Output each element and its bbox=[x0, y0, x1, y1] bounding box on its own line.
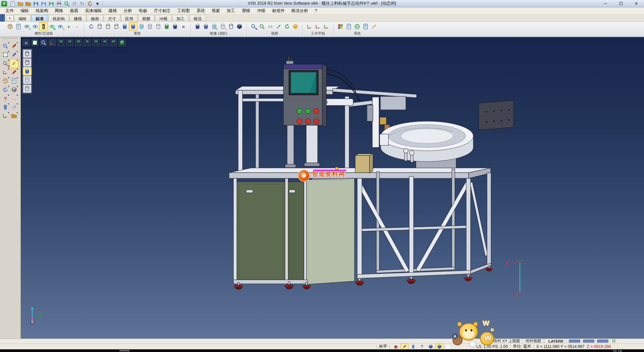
vp-zoom-icon[interactable] bbox=[40, 39, 48, 47]
delete-trash-icon[interactable] bbox=[1, 103, 10, 112]
view-shaded-icon[interactable] bbox=[118, 39, 126, 47]
view-bottom-icon[interactable] bbox=[66, 39, 74, 47]
absolute-view-indicator[interactable]: 绝对视图 bbox=[526, 339, 541, 344]
strip-wire-1-icon[interactable] bbox=[23, 50, 31, 58]
undo-side-icon[interactable]: ↺ bbox=[10, 103, 18, 112]
eye-show-icon[interactable]: + bbox=[23, 23, 31, 31]
wcs-compass-icon[interactable] bbox=[1, 112, 10, 120]
sketch-spline-icon[interactable] bbox=[10, 68, 18, 77]
tab-模流[interactable]: 模流 bbox=[189, 15, 206, 21]
save-all-icon[interactable] bbox=[48, 0, 55, 7]
minimize-button[interactable] bbox=[598, 0, 613, 7]
menu-item-建模[interactable]: 建模 bbox=[105, 7, 120, 14]
view-right-icon[interactable] bbox=[101, 39, 109, 47]
menu-item-曲面[interactable]: 曲面 bbox=[67, 7, 82, 14]
hide-all-icon[interactable]: − bbox=[73, 23, 81, 31]
view-left-icon[interactable] bbox=[92, 39, 100, 47]
units-indicator[interactable]: 单位: 毫米 bbox=[513, 344, 531, 349]
sys-panel-icon[interactable] bbox=[362, 23, 370, 31]
tab-应用[interactable]: 应用 bbox=[121, 15, 138, 21]
tab-标准[interactable]: 标准 bbox=[31, 15, 48, 21]
hidden-line-cyl-icon[interactable] bbox=[154, 23, 162, 31]
sketch-ellipse-icon[interactable] bbox=[10, 50, 18, 59]
active-layer-indicator[interactable]: LAYER0 bbox=[548, 339, 563, 343]
cube-shade-icon[interactable] bbox=[10, 85, 18, 94]
menu-item-编辑[interactable]: 编辑 bbox=[17, 7, 32, 14]
layer-palette-icon[interactable] bbox=[1, 77, 10, 85]
render-pair-icon[interactable] bbox=[171, 23, 179, 31]
tab-冲模[interactable]: 冲模 bbox=[155, 15, 172, 21]
menu-item-模流分析[interactable]: 模流分析 bbox=[288, 7, 312, 14]
eye-toggle-icon[interactable]: ± bbox=[56, 23, 64, 31]
print-icon[interactable] bbox=[55, 0, 62, 7]
view-top-icon[interactable] bbox=[57, 39, 65, 47]
view-front-icon[interactable] bbox=[74, 39, 83, 47]
render-refresh-icon[interactable] bbox=[163, 23, 171, 31]
menu-item-电极[interactable]: 电极 bbox=[136, 7, 151, 14]
tab-尺寸[interactable]: 尺寸 bbox=[104, 15, 120, 21]
tab-dropdown-button[interactable]: ▾ bbox=[6, 15, 13, 21]
sys-colors-icon[interactable] bbox=[336, 23, 344, 31]
tab-曲面[interactable]: 曲面 bbox=[87, 15, 103, 21]
transparent-cyl-icon[interactable] bbox=[138, 23, 146, 31]
open-file-icon[interactable] bbox=[24, 0, 32, 7]
redraw-icon[interactable] bbox=[87, 23, 95, 31]
menu-item-尺寸标注[interactable]: 尺寸标注 bbox=[151, 7, 174, 14]
redo-icon[interactable]: ↻ bbox=[78, 0, 86, 7]
sys-options-icon[interactable] bbox=[353, 23, 361, 31]
attr-paint-icon[interactable] bbox=[6, 23, 14, 31]
new-file-icon[interactable] bbox=[9, 0, 16, 7]
adv-cyl-stripe-icon[interactable] bbox=[202, 23, 210, 31]
vp-frame-icon[interactable] bbox=[31, 39, 39, 47]
rotate-view-icon[interactable] bbox=[283, 23, 291, 31]
vp-list-icon[interactable]: ≡ bbox=[22, 39, 30, 47]
shade-cyl-icon[interactable] bbox=[121, 23, 129, 31]
wire-cyl-1-icon[interactable] bbox=[96, 23, 104, 31]
menu-item-视窗[interactable]: 视窗 bbox=[208, 7, 223, 14]
strip-ghost-icon[interactable] bbox=[23, 76, 31, 84]
strip-hidden-icon[interactable] bbox=[23, 85, 31, 93]
menu-item-工程图[interactable]: 工程图 bbox=[174, 7, 194, 14]
dynamic-cube-icon[interactable] bbox=[436, 344, 443, 349]
adv-cyl-copy-icon[interactable]: + bbox=[219, 23, 227, 31]
view-iso-icon[interactable] bbox=[109, 39, 117, 47]
mannequin-icon[interactable] bbox=[444, 344, 452, 349]
qat-dropdown-icon[interactable]: ▾ bbox=[94, 0, 101, 7]
adv-cube-icon[interactable] bbox=[235, 23, 244, 31]
view-back-icon[interactable] bbox=[83, 39, 91, 47]
show-all-icon[interactable]: + bbox=[65, 23, 73, 31]
menu-item-?[interactable]: ? bbox=[312, 8, 321, 14]
tab-建模[interactable]: 建模 bbox=[69, 15, 86, 21]
menu-item-网格[interactable]: 网格 bbox=[52, 7, 67, 14]
open-folder-icon[interactable] bbox=[17, 0, 24, 7]
sys-select-icon[interactable] bbox=[370, 23, 378, 31]
panel-drag-handle[interactable] bbox=[3, 38, 18, 41]
tab-加工[interactable]: 加工 bbox=[172, 15, 189, 21]
snap-lock-toggle[interactable]: 拴牢 bbox=[379, 344, 387, 349]
confirm-check-icon[interactable]: ✓ bbox=[10, 59, 18, 68]
scale-indicator[interactable]: LS: 1.00 PS: 1.00 bbox=[476, 344, 508, 349]
visibility-filter-icon[interactable] bbox=[40, 23, 48, 31]
adv-cyl-solid-icon[interactable] bbox=[194, 23, 202, 31]
zoom-in-icon[interactable]: + bbox=[250, 23, 258, 31]
strip-wire-2-icon[interactable] bbox=[23, 58, 31, 67]
menu-item-系统[interactable]: 系统 bbox=[193, 7, 208, 14]
file-edit-icon[interactable] bbox=[10, 112, 18, 120]
menu-item-分析[interactable]: 分析 bbox=[120, 7, 136, 14]
menu-item-标准件[interactable]: 标准件 bbox=[269, 7, 288, 14]
adv-cyl-wire-icon[interactable] bbox=[227, 23, 235, 31]
select-frame-icon[interactable] bbox=[1, 50, 10, 59]
vp-axis-icon[interactable] bbox=[48, 39, 56, 47]
menu-item-加工[interactable]: 加工 bbox=[223, 7, 238, 14]
help-query-icon[interactable]: ? bbox=[1, 94, 10, 103]
snap-filter-icon[interactable] bbox=[410, 344, 417, 349]
menu-item-文件[interactable]: 文件 bbox=[2, 7, 17, 14]
menu-item-实体编辑[interactable]: 实体编辑 bbox=[82, 7, 105, 14]
measure-distance-icon[interactable]: ↔ bbox=[10, 94, 18, 103]
eye-hide-icon[interactable]: − bbox=[31, 23, 39, 31]
menu-item-冲模[interactable]: 冲模 bbox=[254, 7, 269, 14]
status-globe-icon[interactable] bbox=[611, 339, 616, 343]
pan-view-icon[interactable] bbox=[275, 23, 283, 31]
snap-record-icon[interactable]: ◉ bbox=[392, 344, 399, 349]
view-mode-indicator[interactable]: 绝对 XY 上视图 bbox=[493, 339, 520, 344]
